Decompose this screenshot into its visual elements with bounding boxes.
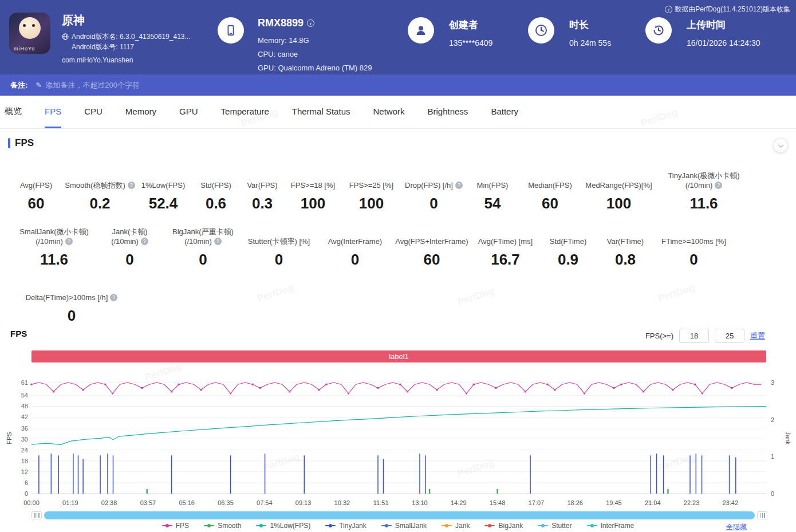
help-icon[interactable]: ?	[141, 238, 148, 245]
svg-text:17:07: 17:07	[529, 499, 545, 506]
history-clock-icon	[645, 17, 672, 44]
legend-item-Smooth[interactable]: Smooth	[204, 522, 241, 530]
metric-value: 0	[165, 251, 241, 269]
help-icon[interactable]: ?	[715, 182, 722, 189]
chart-label1-text: label1	[389, 352, 409, 361]
app-icon: miHoYo	[9, 13, 50, 54]
legend-item-InterFrame[interactable]: InterFrame	[587, 522, 635, 530]
legend-item-Jank[interactable]: Jank	[442, 522, 470, 530]
svg-text:54: 54	[21, 392, 28, 399]
metric: Var(FPS)0.3	[239, 170, 286, 212]
svg-text:36: 36	[21, 425, 28, 432]
metric-label: Std(FPS)	[193, 180, 239, 190]
metric-label: Smooth(稳帧指数)?	[66, 180, 133, 190]
fps-threshold-input-1[interactable]	[679, 329, 709, 343]
android-version-name: Android版本名: 6.3.0_41350619_413...	[62, 31, 190, 42]
tab-Memory[interactable]: Memory	[125, 96, 156, 128]
metric-label: Min(FPS)	[465, 180, 520, 190]
metric: Smooth(稳帧指数)?0.2	[66, 170, 133, 212]
metric-label-line2: (/10min)?	[165, 237, 241, 246]
metric-value: 60	[6, 195, 66, 212]
header: i 数据由PerfDog(11.4.251012)版本收集 miHoYo 原神 …	[0, 0, 796, 74]
svg-text:18:26: 18:26	[567, 499, 583, 506]
device-cpu: CPU: canoe	[258, 48, 372, 61]
metric-value: 100	[580, 195, 657, 212]
legend-marker	[381, 525, 392, 526]
legend-marker	[204, 525, 214, 526]
tab-GPU[interactable]: GPU	[179, 96, 198, 128]
metric-label-line2: (/10min)?	[657, 180, 750, 190]
help-icon[interactable]: ?	[110, 294, 117, 301]
help-icon[interactable]: ?	[214, 238, 222, 245]
scrollbar-thumb[interactable]	[44, 511, 755, 519]
tab-Temperature[interactable]: Temperature	[221, 96, 269, 128]
app-icon-logo-text: miHoYo	[14, 46, 35, 52]
help-icon[interactable]: ?	[455, 182, 463, 189]
svg-text:1: 1	[771, 453, 774, 460]
edit-pencil-icon: ✎	[36, 81, 42, 89]
chart-horizontal-scrollbar	[31, 511, 767, 519]
metric-value: 60	[393, 251, 471, 269]
remark-input[interactable]	[45, 81, 286, 89]
device-memory: Memory: 14.8G	[258, 34, 372, 48]
tab-CPU[interactable]: CPU	[84, 96, 103, 128]
svg-text:61: 61	[21, 379, 28, 386]
legend-marker	[325, 525, 336, 526]
metric-value: 0.3	[239, 195, 286, 212]
chart-threshold-controls: FPS(>=) 重置	[645, 329, 765, 343]
metric-value: 52.4	[133, 195, 193, 212]
metric-value: 0	[403, 195, 465, 212]
section-title: FPS	[15, 137, 34, 149]
svg-text:22:23: 22:23	[684, 499, 700, 506]
device-name: RMX8899 i	[258, 17, 372, 29]
legend-item-TinyJank[interactable]: TinyJank	[325, 522, 367, 530]
legend-item-FPS[interactable]: FPS	[162, 522, 189, 530]
tab-概览[interactable]: 概览	[5, 96, 22, 128]
duration-value: 0h 24m 55s	[569, 38, 611, 48]
chart-label1-bar[interactable]: label1	[31, 350, 766, 362]
tab-FPS[interactable]: FPS	[45, 96, 61, 128]
svg-text:6: 6	[25, 479, 28, 486]
metric: Avg(FPS)60	[6, 170, 66, 212]
legend-item-Stutter[interactable]: Stutter	[538, 522, 572, 530]
svg-text:03:57: 03:57	[140, 499, 156, 506]
legend-item-BigJank[interactable]: BigJank	[484, 522, 523, 530]
svg-text:21:04: 21:04	[645, 499, 661, 506]
collect-note-text: 数据由PerfDog(11.4.251012)版本收集	[675, 5, 790, 14]
metric: Median(FPS)60	[520, 170, 580, 212]
legend-item-1%Low(FPS)[interactable]: 1%Low(FPS)	[256, 522, 310, 530]
grip-icon	[760, 513, 765, 518]
metric-label: Drop(FPS) [/h]?	[403, 180, 465, 190]
remark-bar: 备注: ✎	[0, 74, 796, 96]
metric: Var(FTime)0.8	[596, 226, 655, 269]
fps-threshold-label: FPS(>=)	[645, 332, 673, 340]
creator-value: 135****6409	[449, 38, 492, 48]
help-icon[interactable]: ?	[65, 238, 73, 245]
metric: Jank(卡顿)(/10min)?0	[94, 226, 165, 269]
scrollbar-track[interactable]	[44, 511, 755, 519]
metric-label: BigJank(严重卡顿)	[165, 227, 241, 237]
creator-summary: 创建者 135****6409	[408, 17, 492, 48]
svg-text:24: 24	[21, 447, 28, 454]
reset-link[interactable]: 重置	[750, 331, 765, 341]
tab-Thermal Status[interactable]: Thermal Status	[292, 96, 350, 128]
device-info-icon[interactable]: i	[307, 19, 314, 27]
tab-Network[interactable]: Network	[373, 96, 404, 128]
legend-item-SmallJank[interactable]: SmallJank	[381, 522, 427, 530]
fps-section-header: FPS	[8, 137, 34, 149]
section-accent-bar	[8, 138, 10, 148]
scrollbar-left-grip[interactable]	[31, 511, 42, 519]
collapse-section-button[interactable]	[773, 138, 788, 153]
metric: Delta(FTime)>100ms [/h]?0	[14, 282, 129, 325]
fps-threshold-input-2[interactable]	[715, 329, 744, 343]
metric-value: 0	[94, 251, 165, 269]
duration-label: 时长	[569, 18, 611, 31]
tab-Brightness[interactable]: Brightness	[428, 96, 468, 128]
metric-value: 0	[14, 307, 129, 325]
metric: Std(FTime)0.9	[540, 226, 596, 269]
hide-all-link[interactable]: 全隐藏	[726, 522, 747, 532]
tab-Battery[interactable]: Battery	[491, 96, 518, 128]
svg-text:06:35: 06:35	[218, 499, 234, 506]
scrollbar-right-grip[interactable]	[757, 511, 767, 519]
clock-icon	[528, 17, 554, 44]
